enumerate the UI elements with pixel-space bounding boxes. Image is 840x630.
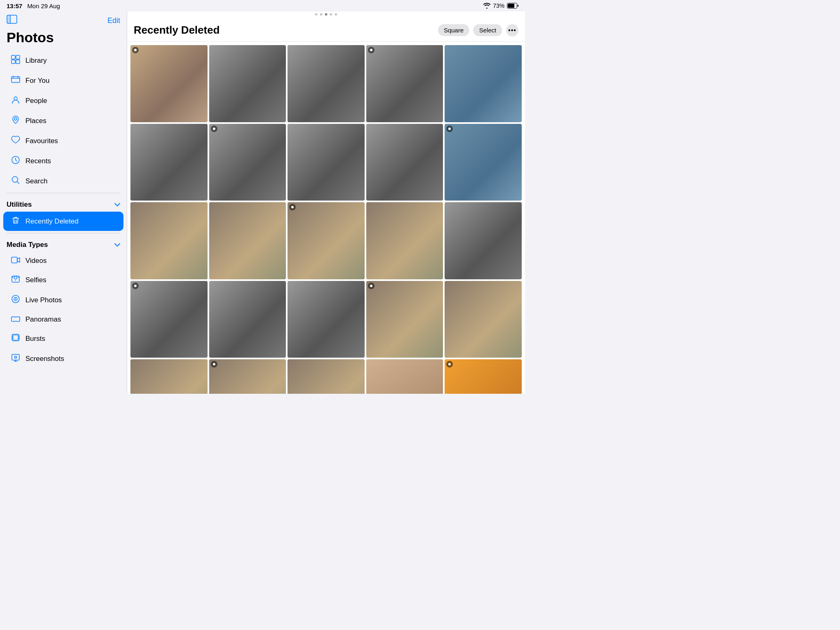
sidebar-item-videos[interactable]: Videos <box>3 252 123 269</box>
svg-rect-8 <box>16 60 20 64</box>
favourites-icon <box>10 135 21 146</box>
photo-cell[interactable] <box>209 359 286 394</box>
svg-rect-6 <box>16 55 20 59</box>
photo-badge <box>289 204 296 210</box>
sidebar-item-screenshots[interactable]: Screenshots <box>3 349 123 368</box>
library-icon <box>10 55 21 66</box>
dot-4 <box>330 13 332 16</box>
media-types-chevron[interactable] <box>114 241 120 249</box>
photo-cell[interactable] <box>288 359 365 394</box>
photo-cell[interactable] <box>209 202 286 279</box>
photo-cell[interactable] <box>130 281 208 358</box>
select-button[interactable]: Select <box>473 24 502 36</box>
sidebar-item-favourites[interactable]: Favourites <box>3 131 123 151</box>
video-icon <box>10 256 21 265</box>
photo-grid-wrapper[interactable] <box>127 42 525 394</box>
divider-utilities <box>7 193 120 193</box>
photo-cell[interactable] <box>366 202 443 279</box>
more-button[interactable]: ••• <box>506 24 518 37</box>
svg-point-23 <box>15 299 16 300</box>
dot-5 <box>335 13 337 16</box>
wifi-icon <box>483 3 491 9</box>
content-title: Recently Deleted <box>134 24 438 37</box>
sidebar-item-library[interactable]: Library <box>3 51 123 70</box>
dots-indicator <box>127 11 525 19</box>
recents-label: Recents <box>25 157 51 165</box>
sidebar-item-search[interactable]: Search <box>3 171 123 191</box>
photo-cell[interactable] <box>130 202 208 279</box>
sidebar-item-panoramas[interactable]: Panoramas <box>3 310 123 328</box>
sidebar-item-places[interactable]: Places <box>3 111 123 130</box>
photo-badge <box>446 126 453 132</box>
selfie-icon <box>10 274 21 285</box>
photo-cell[interactable] <box>366 359 443 394</box>
sidebar-item-live-photos[interactable]: Live Photos <box>3 290 123 310</box>
photo-cell[interactable] <box>445 281 522 358</box>
photo-cell[interactable] <box>130 359 208 394</box>
screenshots-icon <box>10 353 21 364</box>
sidebar-item-selfies[interactable]: Selfies <box>3 270 123 290</box>
svg-rect-28 <box>12 354 19 360</box>
photo-badge <box>132 283 139 289</box>
places-icon <box>10 115 21 126</box>
status-bar: 13:57 Mon 29 Aug 73% <box>0 0 525 11</box>
photo-cell[interactable] <box>288 124 365 201</box>
svg-rect-11 <box>13 76 14 78</box>
recently-deleted-label: Recently Deleted <box>25 217 78 226</box>
bursts-icon <box>10 333 21 344</box>
utilities-title: Utilities <box>7 201 32 209</box>
svg-point-14 <box>14 118 17 120</box>
svg-rect-3 <box>7 15 10 23</box>
photo-cell[interactable] <box>366 124 443 201</box>
dot-3 <box>325 13 327 16</box>
battery-icon <box>507 3 518 9</box>
sidebar-item-recently-deleted[interactable]: Recently Deleted <box>3 212 123 231</box>
photo-badge <box>368 47 374 53</box>
svg-rect-7 <box>11 60 15 64</box>
utilities-section-header: Utilities <box>0 195 127 211</box>
photo-cell[interactable] <box>288 45 365 122</box>
more-dots-icon: ••• <box>508 27 516 34</box>
square-button[interactable]: Square <box>438 24 469 36</box>
media-types-section-header: Media Types <box>0 235 127 251</box>
search-icon <box>10 176 21 187</box>
videos-label: Videos <box>25 257 47 265</box>
photo-cell[interactable] <box>209 281 286 358</box>
photo-cell[interactable] <box>445 202 522 279</box>
places-label: Places <box>25 117 46 125</box>
photo-cell[interactable] <box>366 45 443 122</box>
sidebar-item-people[interactable]: People <box>3 91 123 110</box>
svg-point-18 <box>14 276 17 279</box>
sidebar-item-recents[interactable]: Recents <box>3 151 123 171</box>
photo-cell[interactable] <box>130 45 208 122</box>
panoramas-label: Panoramas <box>25 315 61 324</box>
svg-point-13 <box>14 97 17 100</box>
photo-cell[interactable] <box>209 45 286 122</box>
for-you-icon <box>10 75 21 86</box>
photo-cell[interactable] <box>288 281 365 358</box>
status-time: 13:57 <box>7 2 22 9</box>
photo-badge <box>446 361 453 368</box>
svg-point-20 <box>15 280 16 281</box>
sidebar-item-for-you[interactable]: For You <box>3 71 123 90</box>
svg-point-29 <box>15 356 17 358</box>
photo-cell[interactable] <box>288 202 365 279</box>
sidebar-toggle-icon[interactable] <box>7 15 17 26</box>
utilities-chevron[interactable] <box>114 201 120 208</box>
header-buttons: Square Select ••• <box>438 24 518 37</box>
sidebar-item-bursts[interactable]: Bursts <box>3 329 123 348</box>
svg-rect-1 <box>508 4 514 8</box>
screenshots-label: Screenshots <box>25 355 64 363</box>
svg-rect-27 <box>19 335 20 340</box>
photo-cell[interactable] <box>445 45 522 122</box>
photo-cell[interactable] <box>209 124 286 201</box>
photo-cell[interactable] <box>445 359 522 394</box>
divider-media <box>7 233 120 233</box>
sidebar-title: Photos <box>0 28 127 50</box>
photo-cell[interactable] <box>130 124 208 201</box>
trash-icon <box>10 216 21 227</box>
photo-cell[interactable] <box>445 124 522 201</box>
photo-cell[interactable] <box>366 281 443 358</box>
sidebar-edit-button[interactable]: Edit <box>107 16 120 25</box>
photo-grid <box>130 45 522 394</box>
